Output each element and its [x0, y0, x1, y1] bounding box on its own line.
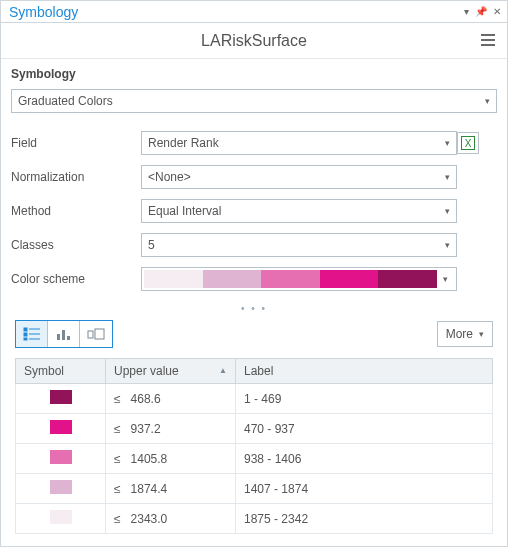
chevron-down-icon: ▾: [445, 206, 450, 216]
window-controls: ▾ 📌 ✕: [462, 6, 503, 17]
scales-view-button[interactable]: [80, 321, 112, 347]
svg-rect-7: [24, 338, 27, 340]
upper-value-cell[interactable]: ≤ 468.6: [106, 384, 236, 414]
panel-title: Symbology: [9, 4, 78, 20]
label-cell[interactable]: 1 - 469: [236, 384, 493, 414]
upper-value-cell[interactable]: ≤ 1874.4: [106, 474, 236, 504]
layer-title: LARiskSurface: [201, 32, 307, 50]
expression-button[interactable]: X: [457, 132, 479, 154]
menu-icon[interactable]: [479, 31, 497, 49]
ramp-swatch: [261, 270, 320, 288]
primary-symbology-value: Graduated Colors: [18, 94, 113, 108]
symbol-chip: [50, 390, 72, 404]
upper-value-cell[interactable]: ≤ 1405.8: [106, 444, 236, 474]
chevron-down-icon: ▾: [437, 274, 454, 284]
primary-symbology-dropdown[interactable]: Graduated Colors ▾: [11, 89, 497, 113]
ramp-swatch: [203, 270, 262, 288]
symbol-chip: [50, 450, 72, 464]
svg-rect-6: [24, 333, 27, 336]
upper-value-cell[interactable]: ≤ 937.2: [106, 414, 236, 444]
ramp-swatch: [320, 270, 379, 288]
col-upper-value[interactable]: Upper value: [106, 359, 236, 384]
table-row[interactable]: ≤ 468.6 1 - 469: [16, 384, 493, 414]
classes-dropdown[interactable]: 5 ▾: [141, 233, 457, 257]
label-cell[interactable]: 1875 - 2342: [236, 504, 493, 534]
svg-rect-14: [88, 331, 93, 338]
field-label: Field: [11, 136, 141, 150]
close-icon[interactable]: ✕: [491, 6, 503, 17]
histogram-view-button[interactable]: [48, 321, 80, 347]
colorscheme-dropdown[interactable]: ▾: [141, 267, 457, 291]
chevron-down-icon: ▾: [445, 138, 450, 148]
upper-value-cell[interactable]: ≤ 2343.0: [106, 504, 236, 534]
table-row[interactable]: ≤ 937.2 470 - 937: [16, 414, 493, 444]
more-label: More: [446, 327, 473, 341]
method-value: Equal Interval: [148, 204, 221, 218]
field-value: Render Rank: [148, 136, 219, 150]
table-row[interactable]: ≤ 1874.4 1407 - 1874: [16, 474, 493, 504]
symbol-chip: [50, 420, 72, 434]
symbol-chip: [50, 480, 72, 494]
svg-rect-13: [67, 336, 70, 340]
symbol-chip: [50, 510, 72, 524]
svg-rect-5: [24, 328, 27, 331]
view-toggle-group: [15, 320, 113, 348]
label-cell[interactable]: 1407 - 1874: [236, 474, 493, 504]
chevron-down-icon: ▾: [479, 329, 484, 339]
svg-rect-12: [62, 330, 65, 340]
table-row[interactable]: ≤ 2343.0 1875 - 2342: [16, 504, 493, 534]
dropdown-icon[interactable]: ▾: [462, 6, 471, 17]
chevron-down-icon: ▾: [445, 172, 450, 182]
classes-value: 5: [148, 238, 155, 252]
col-label[interactable]: Label: [236, 359, 493, 384]
classes-label: Classes: [11, 238, 141, 252]
method-dropdown[interactable]: Equal Interval ▾: [141, 199, 457, 223]
svg-text:X: X: [465, 138, 472, 149]
symbology-section-label: Symbology: [1, 59, 507, 85]
ramp-swatch: [144, 270, 203, 288]
label-cell[interactable]: 938 - 1406: [236, 444, 493, 474]
color-ramp: [144, 270, 437, 288]
table-row[interactable]: ≤ 1405.8 938 - 1406: [16, 444, 493, 474]
pin-icon[interactable]: 📌: [473, 6, 489, 17]
chevron-down-icon: ▾: [485, 96, 490, 106]
label-cell[interactable]: 470 - 937: [236, 414, 493, 444]
method-label: Method: [11, 204, 141, 218]
svg-rect-15: [95, 329, 104, 339]
svg-rect-11: [57, 334, 60, 340]
col-symbol[interactable]: Symbol: [16, 359, 106, 384]
chevron-down-icon: ▾: [445, 240, 450, 250]
list-view-button[interactable]: [16, 321, 48, 347]
classes-table: Symbol Upper value Label ≤ 468.6 1 - 469…: [15, 358, 493, 534]
field-dropdown[interactable]: Render Rank ▾: [141, 131, 457, 155]
normalization-dropdown[interactable]: <None> ▾: [141, 165, 457, 189]
ramp-swatch: [378, 270, 437, 288]
colorscheme-label: Color scheme: [11, 272, 141, 286]
resize-handle[interactable]: • • •: [1, 299, 507, 318]
more-button[interactable]: More ▾: [437, 321, 493, 347]
normalization-value: <None>: [148, 170, 191, 184]
normalization-label: Normalization: [11, 170, 141, 184]
